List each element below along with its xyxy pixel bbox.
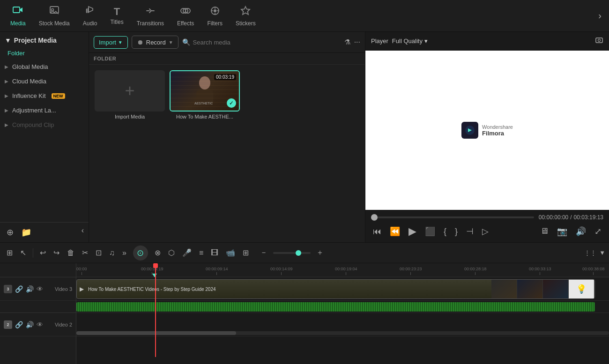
track2-eye-btn[interactable]: 👁 (37, 321, 43, 328)
transitions-icon (145, 5, 156, 18)
crop-btn[interactable]: ⬡ (165, 246, 178, 259)
import-button[interactable]: Import ▼ (94, 36, 128, 49)
zoom-in-btn[interactable]: ＋ (313, 246, 327, 260)
playhead-head (153, 263, 158, 268)
settings-btn[interactable]: ⤢ (593, 225, 603, 238)
timeline-scrollbar-thumb[interactable] (76, 331, 236, 335)
volume-btn[interactable]: 🔊 (574, 225, 588, 238)
add-media-icon: + (125, 81, 134, 101)
playhead[interactable] (155, 263, 156, 357)
zoom-thumb[interactable] (296, 250, 301, 256)
layout-btn[interactable]: ⊞ (4, 246, 15, 259)
snapshot-btn[interactable]: 📷 (555, 225, 569, 238)
trim-btn[interactable]: ⊡ (93, 246, 104, 259)
nav-item-stock-media[interactable]: Stock Media (32, 2, 76, 30)
nav-item-filters[interactable]: Filters (201, 2, 229, 30)
top-navigation: Media Stock Media Audio T Titles (0, 0, 609, 32)
ruler-mark-7: 00:00:33:13 (529, 267, 551, 275)
more-options-icon[interactable]: ··· (354, 38, 360, 46)
track2-link-btn[interactable]: 🔗 (15, 321, 23, 328)
cut-btn[interactable]: ✂ (79, 246, 91, 259)
search-input[interactable] (193, 39, 341, 46)
sidebar-item-adjustment-layer[interactable]: ▶ Adjustment La... (0, 103, 89, 118)
ruler-mark-0: 00:00 (76, 267, 87, 275)
film-btn[interactable]: 🎞 (208, 247, 221, 259)
video3-clip[interactable]: ▶ How To Make AESTHETIC Videos - Step by… (76, 279, 595, 299)
skip-back-btn[interactable]: ⏮ (371, 226, 383, 238)
nav-more-btn[interactable]: › (594, 8, 605, 23)
video-media-card[interactable]: AESTHETIC 00:03:19 ✓ How To Make AESTHE.… (170, 70, 240, 237)
timeline-tracks[interactable]: 00:00 00:00:04:19 00:00:09:14 00:00:14:0… (76, 263, 609, 364)
prev-marker-btn[interactable]: ⊣ (464, 225, 475, 238)
grid-btn[interactable]: ⋮⋮ ▼ (584, 249, 605, 256)
add-media-btn[interactable]: ⊕ (5, 226, 15, 238)
zoom-controls: － ＋ (257, 246, 327, 260)
track-number-3: 3 (4, 285, 12, 293)
progress-thumb[interactable] (371, 214, 378, 221)
record-dot-icon: ⏺ (137, 38, 143, 46)
nav-item-media[interactable]: Media (4, 2, 32, 30)
chevron-right-icon: ▶ (5, 93, 8, 98)
next-marker-btn[interactable]: ▷ (480, 225, 490, 238)
import-to-track-btn[interactable]: ⊞ (240, 246, 252, 259)
delete-btn[interactable]: 🗑 (64, 247, 77, 259)
nav-item-transitions[interactable]: Transitions (130, 2, 171, 30)
ripple-btn[interactable]: ⊗ (152, 246, 163, 259)
screenshot-icon[interactable] (595, 36, 603, 46)
nav-item-stickers[interactable]: Stickers (229, 2, 262, 30)
collapse-sidebar-btn[interactable]: ‹ (82, 226, 84, 238)
track-eye-btn[interactable]: 👁 (37, 285, 43, 293)
sidebar-item-global-media[interactable]: ▶ Global Media (0, 59, 89, 74)
camera-btn[interactable]: 📹 (223, 246, 238, 259)
nav-item-titles[interactable]: T Titles (104, 4, 130, 28)
frame-back-btn[interactable]: ⏪ (388, 225, 402, 238)
undo-btn[interactable]: ↩ (37, 246, 49, 259)
time-ruler: 00:00 00:00:04:19 00:00:09:14 00:00:14:0… (76, 263, 609, 277)
monitor-btn[interactable]: 🖥 (538, 225, 550, 238)
nav-filters-label: Filters (207, 20, 223, 27)
track3-label: Video 3 (46, 286, 72, 292)
sidebar-item-cloud-media[interactable]: ▶ Cloud Media (0, 74, 89, 89)
more-tools-btn[interactable]: » (119, 247, 129, 259)
filmora-brand-line2: Filmora (482, 130, 513, 137)
nav-item-effects[interactable]: Effects (171, 2, 201, 30)
media-grid: + Import Media AESTHETIC (89, 65, 365, 242)
timeline-center-btn[interactable]: ⊙ (133, 245, 148, 260)
play-btn[interactable]: ▶ (407, 224, 418, 238)
zoom-slider[interactable] (273, 252, 311, 254)
search-box: 🔍 (182, 38, 341, 46)
audio-waveform-clip[interactable] (76, 302, 595, 312)
global-media-label: Global Media (12, 63, 48, 70)
record-button[interactable]: ⏺ Record ▼ (132, 36, 178, 49)
audio-icon (84, 5, 96, 18)
track2-mute-btn[interactable]: 🔊 (26, 321, 34, 328)
mic-btn[interactable]: 🎤 (179, 246, 194, 259)
mark-out-btn[interactable]: } (453, 226, 460, 238)
video-thumb: AESTHETIC 00:03:19 ✓ (170, 70, 240, 111)
filter-icon[interactable]: ⚗ (344, 38, 350, 46)
import-media-label: Import Media (95, 114, 165, 119)
sidebar-item-influence-kit[interactable]: ▶ Influence Kit NEW (0, 89, 89, 103)
sidebar-item-compound-clip[interactable]: ▶ Compound Clip (0, 118, 89, 132)
mark-in-btn[interactable]: { (442, 226, 448, 238)
nav-item-audio[interactable]: Audio (76, 2, 104, 30)
track-mute-btn[interactable]: 🔊 (26, 285, 34, 293)
redo-btn[interactable]: ↪ (51, 246, 62, 259)
sidebar-arrow: ▼ (5, 37, 11, 44)
clip-play-icon: ▶ (80, 286, 84, 292)
audio-btn[interactable]: ♫ (106, 247, 118, 259)
select-tool-btn[interactable]: ↖ (17, 246, 29, 259)
import-media-card[interactable]: + Import Media (95, 70, 165, 237)
zoom-out-btn[interactable]: － (257, 246, 270, 260)
quality-selector[interactable]: Full Quality ▾ (392, 37, 428, 45)
subtitle-btn[interactable]: ≡ (196, 247, 206, 259)
sidebar-folder-active[interactable]: Folder (0, 47, 89, 59)
track-link-btn[interactable]: 🔗 (15, 285, 23, 293)
progress-bar[interactable] (371, 216, 534, 218)
extra-controls: 🖥 📷 🔊 ⤢ (538, 225, 603, 238)
stop-btn[interactable]: ⬛ (423, 225, 437, 238)
progress-bar-container: 00:00:00:00 / 00:03:19:13 (371, 214, 603, 221)
control-buttons: ⏮ ⏪ ▶ ⬛ { } ⊣ ▷ 🖥 📷 🔊 ⤢ (371, 224, 603, 238)
new-folder-btn[interactable]: 📁 (19, 226, 33, 238)
playhead-arrow (152, 274, 157, 277)
